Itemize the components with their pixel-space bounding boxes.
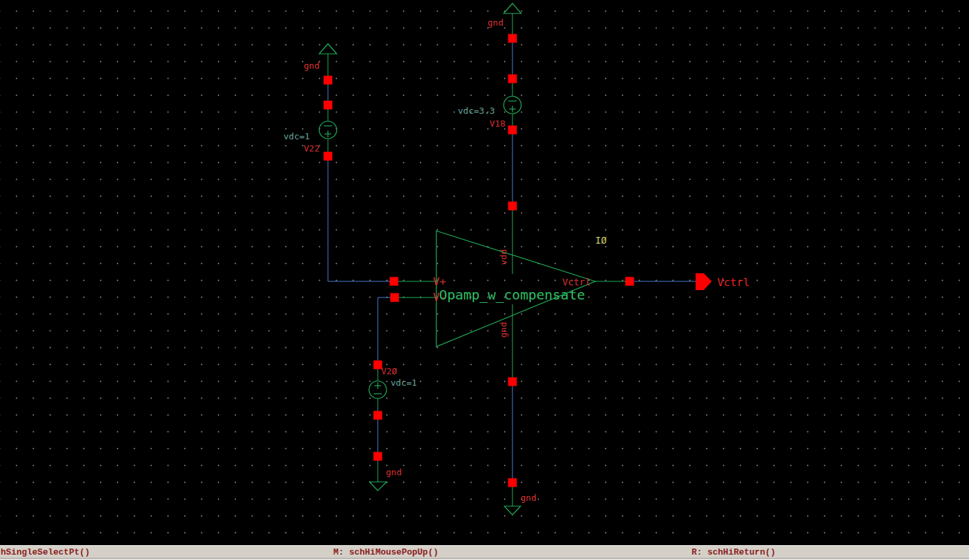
opamp-pin-gnd-label[interactable]: gnd [498, 322, 508, 337]
gnd-symbol-icon[interactable] [504, 3, 521, 13]
opamp-pin-out-label[interactable]: Vctrl [562, 277, 591, 287]
wire-endpoint-marker[interactable] [390, 277, 399, 286]
wire-endpoint-marker[interactable] [374, 411, 382, 420]
gnd-symbol-icon[interactable] [504, 506, 521, 515]
status-bar: hSingleSelectPt() M: schHiMousePopUp() R… [0, 545, 969, 560]
v22-name-label[interactable]: V22 [304, 143, 319, 153]
wire-endpoint-marker[interactable] [508, 378, 517, 386]
v22-value-label[interactable]: vdc=1 [283, 131, 310, 141]
virtuoso-schematic-window: gnd vdc=3.3 V18 gnd vdc=1 V22 [0, 0, 969, 560]
wire-endpoint-marker[interactable] [508, 202, 517, 211]
v18-name-label[interactable]: V18 [490, 118, 505, 129]
opamp-instance-name-label[interactable]: IØ [595, 235, 607, 246]
wire-endpoint-marker[interactable] [324, 76, 333, 85]
schematic-canvas[interactable]: gnd vdc=3.3 V18 gnd vdc=1 V22 [0, 0, 969, 545]
wire[interactable] [378, 298, 395, 365]
status-middle-mouse-binding: M: schHiMousePopUp() [333, 547, 438, 558]
gnd-net-label[interactable]: gnd [304, 61, 319, 71]
output-port-label[interactable]: Vctrl [717, 276, 749, 289]
status-right-mouse-binding: R: schHiReturn() [692, 547, 776, 558]
gnd-net-label[interactable]: gnd [386, 467, 401, 477]
wire-endpoint-marker[interactable] [508, 34, 517, 43]
status-bar-divider [0, 558, 969, 559]
v20-value-label[interactable]: vdc=1 [391, 378, 417, 388]
gnd-net-label[interactable]: gnd [521, 493, 536, 503]
wire-endpoint-marker[interactable] [391, 293, 399, 302]
output-port-icon[interactable] [696, 273, 712, 290]
wire-endpoint-marker[interactable] [508, 126, 517, 135]
wire-endpoint-marker[interactable] [508, 479, 517, 487]
gnd-symbol-icon[interactable] [319, 44, 337, 54]
wire-endpoint-marker[interactable] [324, 152, 333, 161]
gnd-symbol-icon[interactable] [370, 482, 387, 491]
wire-endpoint-marker[interactable] [626, 277, 634, 286]
schematic-drawing[interactable]: gnd vdc=3.3 V18 gnd vdc=1 V22 [0, 0, 969, 545]
opamp-cell-name-label[interactable]: Opamp_w_compensate [439, 287, 585, 303]
opamp-pin-vdd-label[interactable]: vdd [498, 249, 508, 265]
gnd-net-label[interactable]: gnd [488, 18, 503, 28]
wire[interactable] [328, 156, 394, 281]
wire-endpoint-marker[interactable] [508, 75, 517, 83]
wire-endpoint-marker[interactable] [374, 452, 382, 461]
v18-value-label[interactable]: vdc=3.3 [458, 106, 495, 116]
v20-name-label[interactable]: V2Ø [381, 366, 397, 376]
status-command-text: hSingleSelectPt() [1, 547, 90, 558]
wire-endpoint-marker[interactable] [324, 101, 333, 110]
